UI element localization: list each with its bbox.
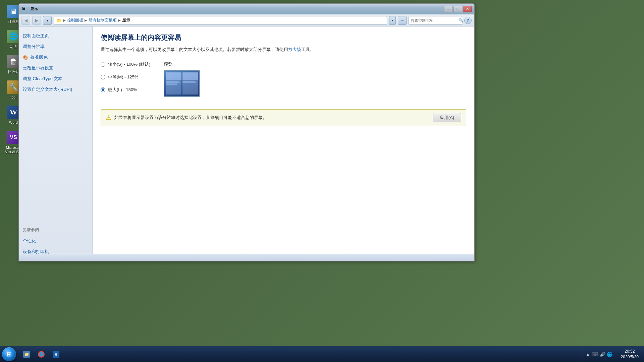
radio-small-label: 较小(S) - 100% (默认) [108, 61, 150, 67]
desktop-icon-tools-label: tool [10, 95, 16, 100]
desktop-icon-network-label: 网络 [10, 45, 17, 49]
breadcrumb-mid[interactable]: 所有控制面板项 [89, 17, 117, 23]
window-title: 显示 [30, 6, 444, 12]
page-description: 通过选择其中一个选项，可以更改屏幕上的文本大小以及其他项。若要暂时放大部分屏幕，… [101, 46, 466, 53]
desktop: 🖥 计算机 🌐 网络 🗑 回收站 🔧 tool W Word VS Micros… [0, 0, 644, 362]
sidebar-item-cleartype[interactable]: 调整 ClearType 文本 [23, 75, 88, 83]
breadcrumb-root[interactable]: 控制面板 [67, 17, 83, 23]
warning-area: ⚠ 如果在将显示器设置为该分辨率时选择此设置，某些项目可能不适合您的屏幕。 应用… [101, 109, 466, 126]
radio-medium-label: 中等(M) - 125% [108, 74, 138, 80]
address-go-button[interactable]: → [398, 16, 407, 25]
taskbar-ie-icon: e [53, 351, 59, 358]
status-bar [19, 254, 474, 261]
options-preview-area: 较小(S) - 100% (默认) 中等(M) - 125% 较大(L) - 1… [101, 61, 466, 97]
start-button[interactable]: ⊞ [0, 346, 18, 362]
taskbar-tray: ▲ ⌨ 🔊 🌐 [583, 346, 615, 362]
search-input[interactable] [411, 18, 457, 22]
radio-option-small[interactable]: 较小(S) - 100% (默认) [101, 61, 150, 67]
address-dropdown[interactable]: ▾ [389, 16, 396, 25]
window-icon: 🖥 [21, 6, 28, 12]
recent-button[interactable]: ▾ [43, 16, 52, 25]
warning-text: 如果在将显示器设置为该分辨率时选择此设置，某些项目可能不适合您的屏幕。 [114, 115, 429, 121]
taskbar-right: ▲ ⌨ 🔊 🌐 20:52 2020/5/30 [583, 346, 644, 362]
desktop-icon-word-label: Word [9, 120, 18, 125]
breadcrumb-bar: 📁 ▶ 控制面板 ▶ 所有控制面板项 ▶ 显示 [54, 16, 387, 25]
sidebar-item-resolution[interactable]: 调整分辨率 [23, 43, 88, 51]
also-see-label: 另请参阅 [23, 227, 88, 233]
back-button[interactable]: ◀ [21, 16, 30, 25]
taskbar-item-ie[interactable]: e [49, 348, 63, 361]
taskbar-clock[interactable]: 20:52 2020/5/30 [618, 349, 641, 360]
desktop-icon-recycle-label: 回收站 [8, 70, 19, 74]
breadcrumb-current: 显示 [122, 17, 130, 23]
taskbar-chrome-icon: 🌐 [38, 351, 45, 358]
preview-image [164, 70, 200, 97]
control-panel-window: 🖥 显示 ─ □ ✕ ◀ ▶ ▾ 📁 ▶ 控制面板 ▶ 所有控制面板项 ▶ 显示… [18, 3, 475, 261]
window-content: 控制面板主页 调整分辨率 🎨 校准颜色 更改显示器设置 调整 ClearType… [19, 26, 474, 261]
taskbar-item-explorer[interactable]: 📁 [19, 348, 34, 361]
search-icon[interactable]: 🔍 [459, 18, 464, 23]
radio-option-large[interactable]: 较大(L) - 150% [101, 87, 150, 93]
radio-options-area: 较小(S) - 100% (默认) 中等(M) - 125% 较大(L) - 1… [101, 61, 150, 97]
radio-option-medium[interactable]: 中等(M) - 125% [101, 74, 150, 80]
start-orb[interactable]: ⊞ [2, 347, 16, 361]
search-box: 🔍 [409, 16, 462, 25]
preview-doc-cols [166, 72, 198, 95]
breadcrumb-sep-2: ▶ [85, 18, 87, 22]
radio-small[interactable] [101, 62, 105, 67]
description-text: 通过选择其中一个选项，可以更改屏幕上的文本大小以及其他项。若要暂时放大部分屏幕，… [101, 47, 288, 52]
forward-button[interactable]: ▶ [32, 16, 41, 25]
preview-label: 预览 [164, 61, 209, 67]
sidebar-item-personalization[interactable]: 个性化 [23, 237, 88, 245]
minimize-button[interactable]: ─ [444, 6, 453, 12]
tray-arrow-icon[interactable]: ▲ [586, 352, 590, 357]
sidebar-item-home[interactable]: 控制面板主页 [23, 32, 88, 40]
tray-keyboard-icon: ⌨ [592, 352, 598, 357]
main-panel: 使阅读屏幕上的内容更容易 通过选择其中一个选项，可以更改屏幕上的文本大小以及其他… [93, 26, 474, 261]
preview-area: 预览 [164, 61, 209, 97]
title-bar-buttons: ─ □ ✕ [444, 6, 472, 12]
preview-doc-col-1 [166, 72, 181, 95]
tray-volume-icon[interactable]: 🔊 [600, 352, 605, 357]
breadcrumb-home-icon: 📁 [57, 18, 62, 23]
clock-time: 20:52 [625, 349, 635, 354]
taskbar-explorer-icon: 📁 [23, 351, 30, 358]
taskbar-items: 📁 🌐 e [18, 346, 583, 362]
taskbar: ⊞ 📁 🌐 e ▲ ⌨ 🔊 🌐 20:52 2020/5/30 [0, 346, 644, 362]
radio-medium[interactable] [101, 75, 105, 79]
sidebar-item-custom-dpi[interactable]: 设置自定义文本大小(DPI) [23, 85, 88, 94]
sidebar-calibrate-row: 🎨 校准颜色 [23, 53, 88, 61]
breadcrumb-sep-1: ▶ [63, 18, 66, 22]
sidebar: 控制面板主页 调整分辨率 🎨 校准颜色 更改显示器设置 调整 ClearType… [19, 26, 93, 261]
preview-label-text: 预览 [164, 61, 172, 67]
sidebar-item-calibrate[interactable]: 校准颜色 [30, 53, 48, 61]
sidebar-item-display-settings[interactable]: 更改显示器设置 [23, 64, 88, 72]
tray-network-icon[interactable]: 🌐 [607, 352, 612, 357]
breadcrumb-sep-3: ▶ [118, 18, 121, 22]
preview-doc-col-2 [182, 72, 198, 95]
address-bar: ◀ ▶ ▾ 📁 ▶ 控制面板 ▶ 所有控制面板项 ▶ 显示 ▾ → 🔍 ? [19, 14, 474, 26]
taskbar-item-chrome[interactable]: 🌐 [34, 348, 48, 361]
desktop-icon-computer-label: 计算机 [8, 19, 19, 24]
title-bar: 🖥 显示 ─ □ ✕ [19, 4, 474, 14]
radio-large-label: 较大(L) - 150% [108, 87, 137, 93]
separator-1 [101, 105, 466, 105]
close-button[interactable]: ✕ [463, 6, 472, 12]
page-title: 使阅读屏幕上的内容更容易 [101, 33, 466, 42]
calibrate-icon: 🎨 [23, 55, 28, 60]
help-button[interactable]: ? [464, 17, 472, 24]
apply-button[interactable]: 应用(A) [433, 113, 461, 122]
magnifier-link[interactable]: 放大镜 [288, 47, 301, 52]
maximize-button[interactable]: □ [453, 6, 462, 12]
clock-date: 2020/5/30 [621, 354, 639, 360]
warning-icon: ⚠ [106, 114, 111, 121]
preview-inner [164, 71, 199, 96]
radio-large[interactable] [101, 87, 105, 92]
description-suffix: 工具。 [301, 47, 314, 52]
